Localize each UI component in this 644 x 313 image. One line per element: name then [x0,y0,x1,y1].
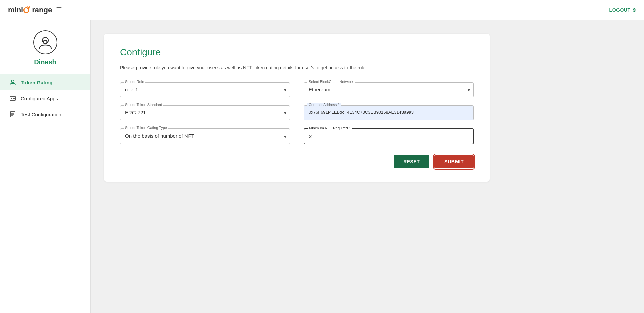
configured-apps-icon [9,95,16,102]
configure-card: Configure Please provide role you want t… [104,34,490,182]
min-nft-field: Minimum NFT Required * [304,128,474,144]
content-area: Configure Please provide role you want t… [91,20,644,313]
logo-mini: mini [8,6,23,14]
token-gating-icon [9,79,16,86]
configure-description: Please provide role you want to give you… [120,64,474,71]
logo-orange-icon: O [23,6,32,14]
svg-point-3 [42,37,48,43]
select-blockchain-label: Select BlockChain Network [307,80,355,84]
contract-address-label: Contract Address * [307,103,341,107]
top-header: mini O range ☰ LOGOUT ⎋ [0,0,644,20]
logout-button[interactable]: LOGOUT ⎋ [609,7,636,13]
logo-icon-wrapper: O [23,6,32,14]
select-token-gating-field: Select Token Gating Type On the basis of… [120,128,290,144]
nav-menu: Token Gating Configured Apps Test Config… [0,74,90,122]
avatar: ⚬ [33,30,57,54]
contract-address-field: Contract Address * [304,105,474,120]
min-nft-input[interactable] [309,131,468,140]
select-blockchain-field: Select BlockChain Network Ethereum Polyg… [304,82,474,97]
select-role-field: Select Role role-1 role-2 role-3 ▾ [120,82,290,97]
select-token-standard-field: Select Token Standard ERC-721 ERC-20 ERC… [120,105,290,120]
logout-label: LOGOUT [609,7,631,13]
form-buttons: RESET SUBMIT [120,155,474,168]
select-token-standard-label: Select Token Standard [124,103,163,107]
test-config-icon [9,111,16,118]
sidebar-label-token-gating: Token Gating [21,80,53,85]
user-name: Dinesh [34,58,56,66]
sidebar-item-token-gating[interactable]: Token Gating [0,74,90,90]
select-blockchain-input[interactable]: Ethereum Polygon Binance [309,85,469,94]
contract-address-input[interactable] [309,108,469,116]
select-token-gating-label: Select Token Gating Type [124,126,168,130]
select-token-gating-input[interactable]: On the basis of number of NFT On the bas… [125,131,285,140]
sidebar-item-configured-apps[interactable]: Configured Apps [0,90,90,106]
select-role-label: Select Role [124,80,145,84]
svg-point-4 [11,80,14,83]
logo: mini O range [8,6,52,14]
main-layout: ⚬ Dinesh Token Gating Configured Apps [0,20,644,313]
select-role-input[interactable]: role-1 role-2 role-3 [125,85,285,94]
avatar-svg [38,35,53,50]
reset-button[interactable]: RESET [394,155,429,168]
sidebar-label-test-configuration: Test Configuration [21,112,61,117]
hamburger-button[interactable]: ☰ [56,6,62,14]
sidebar: ⚬ Dinesh Token Gating Configured Apps [0,20,91,313]
logo-area: mini O range ☰ [8,6,62,14]
sidebar-item-test-configuration[interactable]: Test Configuration [0,106,90,122]
sidebar-label-configured-apps: Configured Apps [21,96,58,101]
min-nft-label: Minimum NFT Required * [308,126,352,130]
svg-point-2 [28,7,29,8]
logo-range: range [32,6,52,14]
configure-title: Configure [120,47,474,58]
logout-icon: ⎋ [633,7,636,13]
select-token-standard-input[interactable]: ERC-721 ERC-20 ERC-1155 [125,108,285,117]
submit-button[interactable]: SUBMIT [434,155,474,168]
svg-point-6 [11,98,12,99]
configure-form: Select Role role-1 role-2 role-3 ▾ Selec… [120,82,474,144]
